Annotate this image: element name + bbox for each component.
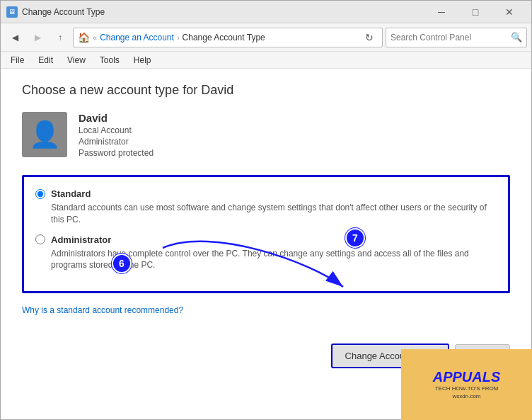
forward-icon: ▶ <box>35 33 41 42</box>
page-title: Choose a new account type for David <box>22 83 510 98</box>
administrator-label[interactable]: Administrator <box>35 234 497 245</box>
search-icon: 🔍 <box>511 32 522 42</box>
menu-tools[interactable]: Tools <box>93 54 127 67</box>
search-input[interactable] <box>391 33 511 42</box>
up-button[interactable]: ↑ <box>50 28 70 47</box>
annotation-6: 6 <box>112 254 132 273</box>
refresh-button[interactable]: ↻ <box>361 29 378 46</box>
user-details: David Local Account Administrator Passwo… <box>79 112 154 158</box>
standard-description: Standard accounts can use most software … <box>51 202 497 226</box>
appuals-tagline: TECH HOW-TO'S FROMwsxdn.com <box>435 385 499 400</box>
title-bar: 🖥 Change Account Type ─ □ ✕ <box>1 1 531 23</box>
menu-help[interactable]: Help <box>127 54 158 67</box>
standard-radio[interactable] <box>35 189 45 199</box>
window-title: Change Account Type <box>22 7 425 17</box>
menu-view[interactable]: View <box>60 54 93 67</box>
administrator-option: Administrator Administrators have comple… <box>35 234 497 272</box>
standard-label[interactable]: Standard <box>35 188 497 199</box>
menu-bar: File Edit View Tools Help <box>1 52 531 69</box>
window-controls: ─ □ ✕ <box>425 3 526 21</box>
administrator-radio[interactable] <box>35 234 45 244</box>
back-icon: ◀ <box>12 33 18 42</box>
appuals-brand: APPUALS <box>433 369 501 385</box>
navigation-bar: ◀ ▶ ↑ 🏠 « Change an Account › Change Acc… <box>1 23 531 52</box>
menu-file[interactable]: File <box>4 54 31 67</box>
breadcrumb: 🏠 « Change an Account › Change Account T… <box>78 32 361 43</box>
avatar: 👤 <box>22 112 67 157</box>
search-bar[interactable]: 🔍 <box>386 28 527 47</box>
forward-button[interactable]: ▶ <box>28 28 47 47</box>
close-button[interactable]: ✕ <box>493 3 526 21</box>
user-role: Administrator <box>79 137 154 147</box>
breadcrumb-parent[interactable]: Change an Account <box>100 33 174 42</box>
appuals-watermark: APPUALS TECH HOW-TO'S FROMwsxdn.com <box>401 349 532 420</box>
up-icon: ↑ <box>58 33 62 42</box>
user-account-type: Local Account <box>79 125 154 135</box>
breadcrumb-current: Change Account Type <box>183 33 265 42</box>
breadcrumb-home-icon: 🏠 <box>78 32 90 43</box>
back-button[interactable]: ◀ <box>5 28 25 47</box>
help-link[interactable]: Why is a standard account recommended? <box>22 305 183 315</box>
window-icon: 🖥 <box>6 6 18 18</box>
address-bar[interactable]: 🏠 « Change an Account › Change Account T… <box>73 28 383 47</box>
maximize-button[interactable]: □ <box>459 3 492 21</box>
standard-option: Standard Standard accounts can use most … <box>35 188 497 226</box>
account-type-options: Standard Standard accounts can use most … <box>22 175 510 293</box>
user-password-status: Password protected <box>79 148 154 158</box>
user-info: 👤 David Local Account Administrator Pass… <box>22 112 510 158</box>
minimize-button[interactable]: ─ <box>425 3 458 21</box>
annotation-7: 7 <box>345 228 365 248</box>
avatar-icon: 👤 <box>29 120 61 149</box>
user-name: David <box>79 112 154 124</box>
menu-edit[interactable]: Edit <box>31 54 60 67</box>
